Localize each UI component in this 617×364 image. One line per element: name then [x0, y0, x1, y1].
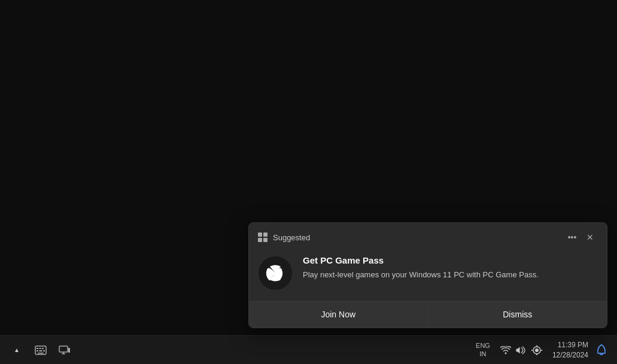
taskbar-right-section: ENG IN [473, 340, 610, 360]
toast-close-button[interactable]: ✕ [582, 229, 598, 246]
taskbar-left-section: ▲ [0, 341, 74, 360]
desktop: Suggested ••• ✕ [0, 0, 617, 364]
toast-more-options-button[interactable]: ••• [564, 229, 580, 246]
svg-rect-10 [39, 350, 42, 351]
volume-icon[interactable] [515, 344, 527, 356]
toast-buttons: Join Now Dismiss [249, 301, 607, 328]
taskbar-sys-icons [495, 344, 548, 356]
suggested-icon [257, 232, 268, 243]
svg-rect-16 [68, 348, 70, 353]
toast-app-title: Get PC Game Pass [303, 255, 598, 265]
toast-notification: Suggested ••• ✕ [248, 222, 607, 328]
svg-rect-1 [263, 233, 268, 237]
svg-rect-3 [263, 238, 268, 242]
toast-body: Get PC Game Pass Play next-level games o… [249, 249, 607, 301]
svg-rect-13 [59, 346, 68, 352]
svg-rect-9 [37, 350, 38, 351]
toast-app-message: Play next-level games on your Windows 11… [303, 269, 598, 281]
taskbar-chevron-icon[interactable]: ▲ [7, 341, 26, 360]
clock[interactable]: 11:39 PM 12/28/2024 [550, 340, 591, 360]
taskbar-display-icon[interactable] [55, 341, 74, 360]
clock-date: 12/28/2024 [552, 350, 588, 360]
join-now-button[interactable]: Join Now [249, 301, 428, 328]
toast-header: Suggested ••• ✕ [249, 223, 607, 249]
svg-rect-8 [42, 348, 44, 349]
svg-point-18 [535, 348, 539, 352]
toast-header-actions: ••• ✕ [564, 229, 598, 246]
svg-rect-11 [43, 350, 45, 351]
svg-rect-6 [37, 348, 38, 349]
battery-icon[interactable] [531, 344, 543, 356]
dismiss-button[interactable]: Dismiss [428, 301, 607, 328]
xbox-app-icon [257, 255, 293, 291]
svg-rect-7 [39, 348, 41, 349]
svg-rect-12 [38, 353, 44, 354]
lang-line1: ENG [476, 342, 490, 350]
wifi-icon[interactable] [500, 344, 512, 356]
taskbar: ▲ [0, 335, 617, 364]
lang-line2: IN [480, 350, 487, 358]
language-indicator[interactable]: ENG IN [473, 342, 493, 357]
taskbar-keyboard-icon[interactable] [31, 341, 50, 360]
notification-bell[interactable] [593, 342, 610, 359]
svg-rect-0 [258, 233, 262, 237]
svg-rect-2 [258, 238, 262, 242]
clock-time: 11:39 PM [558, 340, 588, 350]
toast-content: Get PC Game Pass Play next-level games o… [303, 255, 598, 281]
toast-header-title: Suggested [273, 233, 559, 242]
